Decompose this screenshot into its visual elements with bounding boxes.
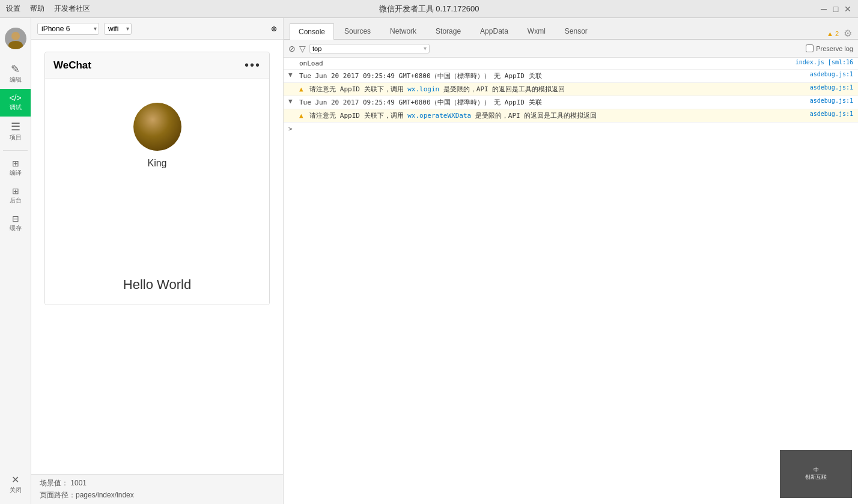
warning-icon: ▲ — [299, 85, 303, 93]
sidebar-item-debug[interactable]: </> 调试 — [0, 89, 31, 117]
device-toolbar: iPhone 6 iPhone 6 Plus iPhone 5 iPad wif… — [31, 18, 283, 40]
phone-user-avatar — [133, 103, 181, 151]
prompt-caret: > — [288, 125, 293, 133]
file-reference[interactable]: asdebug.js:1 — [810, 111, 858, 117]
tab-network[interactable]: Network — [381, 23, 425, 39]
scene-value: 场景值： 1001 — [40, 478, 275, 488]
file-reference[interactable]: asdebug.js:1 — [810, 71, 858, 77]
console-output: onLoad index.js [sml:16 ▼ Tue Jun 20 201… — [284, 58, 858, 504]
window-controls: ─ □ ✕ — [820, 5, 852, 13]
tab-sensor[interactable]: Sensor — [556, 23, 597, 39]
debug-tabs: Console Sources Network Storage AppData … — [284, 18, 858, 40]
cache-icon: ⊟ — [12, 214, 19, 223]
tab-wxml[interactable]: Wxml — [519, 23, 555, 39]
avatar-image — [133, 103, 181, 151]
console-row-warn-header-2: ▼ Tue Jun 20 2017 09:25:49 GMT+0800（中国（標… — [284, 96, 858, 109]
settings-icon[interactable]: ⚙ — [844, 28, 852, 39]
warning-count: ▲ 2 — [827, 30, 839, 37]
backend-icon: ⊞ — [12, 187, 19, 195]
menu-settings[interactable]: 设置 — [6, 4, 20, 14]
row-toggle[interactable]: ▼ — [288, 97, 297, 105]
main-layout: ✎ 编辑 </> 调试 ☰ 项目 ⊞ 编译 ⊞ 后台 ⊟ 缓存 ✕ 关闭 — [0, 18, 858, 504]
phone-nav: WeChat ••• — [45, 52, 269, 79]
preserve-log-checkbox[interactable] — [806, 44, 814, 52]
editor-icon: ✎ — [11, 64, 20, 74]
device-panel: iPhone 6 iPhone 6 Plus iPhone 5 iPad wif… — [31, 18, 284, 504]
compile-icon: ⊞ — [12, 159, 19, 168]
code-ref: wx.login — [407, 85, 439, 93]
phone-mockup: WeChat ••• King Hello World — [44, 52, 270, 305]
debug-panel: Console Sources Network Storage AppData … — [284, 18, 858, 504]
filter-dropdown-icon[interactable]: ▾ — [424, 45, 427, 52]
watermark-text: 中创新互联 — [805, 467, 827, 481]
menu-help[interactable]: 帮助 — [30, 4, 44, 14]
tab-storage[interactable]: Storage — [427, 23, 470, 39]
preserve-log-wrap: Preserve log — [806, 44, 853, 52]
sidebar-avatar[interactable] — [0, 23, 31, 59]
debug-icon: </> — [9, 94, 21, 102]
file-reference[interactable]: asdebug.js:1 — [810, 97, 858, 104]
tab-sources[interactable]: Sources — [335, 23, 380, 39]
file-reference[interactable]: index.js [sml:16 — [796, 59, 858, 65]
phone-username: King — [147, 158, 166, 169]
close-button[interactable]: ✕ — [844, 5, 852, 13]
phone-nav-title: WeChat — [53, 59, 91, 71]
menu-bar-items: 设置 帮助 开发者社区 — [6, 4, 90, 14]
sidebar-label-debug: 调试 — [10, 103, 22, 112]
sidebar-label-compile: 编译 — [10, 169, 22, 177]
console-message: ▲ 请注意无 AppID 关联下，调用 wx.login 是受限的，API 的返… — [297, 84, 810, 94]
code-ref: wx.operateWXData — [407, 112, 471, 120]
sidebar-label-cache: 缓存 — [10, 224, 22, 232]
svg-point-1 — [11, 32, 20, 40]
stop-icon[interactable]: ⊘ — [288, 44, 296, 53]
filter-icon[interactable]: ▽ — [299, 44, 306, 53]
minimize-button[interactable]: ─ — [820, 5, 828, 13]
console-toolbar: ⊘ ▽ ▾ Preserve log — [284, 40, 858, 58]
console-row-warn-1: ▲ 请注意无 AppID 关联下，调用 wx.login 是受限的，API 的返… — [284, 83, 858, 96]
row-toggle[interactable]: ▼ — [288, 71, 297, 79]
console-message: Tue Jun 20 2017 09:25:49 GMT+0800（中国（標準時… — [297, 97, 810, 108]
console-message: onLoad — [297, 59, 796, 68]
menu-community[interactable]: 开发者社区 — [54, 4, 90, 14]
filter-input[interactable] — [312, 45, 424, 52]
sidebar-item-project[interactable]: ☰ 项目 — [0, 117, 31, 147]
network-select-wrap: wifi 3G 2G — [104, 23, 132, 35]
preserve-log-label: Preserve log — [816, 45, 853, 52]
watermark: 中创新互联 — [780, 450, 852, 498]
device-select[interactable]: iPhone 6 iPhone 6 Plus iPhone 5 iPad — [37, 23, 99, 35]
sidebar-item-backend[interactable]: ⊞ 后台 — [0, 182, 31, 210]
warning-icon: ▲ — [299, 112, 303, 120]
network-select[interactable]: wifi 3G 2G — [104, 23, 132, 35]
console-message: ▲ 请注意无 AppID 关联下，调用 wx.operateWXData 是受限… — [297, 111, 810, 121]
sidebar-item-compile[interactable]: ⊞ 编译 — [0, 154, 31, 182]
sidebar-item-editor[interactable]: ✎ 编辑 — [0, 59, 31, 89]
app-title: 微信开发者工具 0.17.172600 — [379, 4, 479, 14]
sidebar-item-cache[interactable]: ⊟ 缓存 — [0, 210, 31, 237]
avatar — [5, 28, 26, 49]
device-select-wrap: iPhone 6 iPhone 6 Plus iPhone 5 iPad — [37, 23, 99, 35]
sidebar-item-close[interactable]: ✕ 关闭 — [0, 470, 31, 499]
cursor-tool-icon[interactable]: ⊕ — [271, 25, 277, 33]
phone-container: WeChat ••• King Hello World — [31, 40, 283, 474]
maximize-button[interactable]: □ — [832, 5, 840, 13]
tab-console[interactable]: Console — [290, 23, 334, 40]
title-bar: 设置 帮助 开发者社区 微信开发者工具 0.17.172600 ─ □ ✕ — [0, 0, 858, 18]
console-prompt: > — [284, 123, 858, 135]
phone-hello-text: Hello World — [123, 277, 191, 293]
sidebar-label-editor: 编辑 — [10, 76, 22, 84]
phone-nav-dots[interactable]: ••• — [245, 58, 261, 72]
console-row-warn-2: ▲ 请注意无 AppID 关联下，调用 wx.operateWXData 是受限… — [284, 109, 858, 123]
sidebar: ✎ 编辑 </> 调试 ☰ 项目 ⊞ 编译 ⊞ 后台 ⊟ 缓存 ✕ 关闭 — [0, 18, 31, 504]
sidebar-label-project: 项目 — [10, 133, 22, 142]
device-bottom-info: 场景值： 1001 页面路径：pages/index/index — [31, 474, 283, 504]
sidebar-divider-1 — [3, 150, 28, 151]
page-path: 页面路径：pages/index/index — [40, 490, 275, 500]
close-icon: ✕ — [11, 475, 19, 485]
project-icon: ☰ — [11, 121, 20, 132]
tab-appdata[interactable]: AppData — [471, 23, 517, 39]
sidebar-label-backend: 后台 — [10, 196, 22, 205]
phone-content: King Hello World — [45, 79, 269, 305]
file-reference[interactable]: asdebug.js:1 — [810, 84, 858, 91]
sidebar-label-close: 关闭 — [10, 486, 22, 494]
console-row-onload: onLoad index.js [sml:16 — [284, 58, 858, 70]
